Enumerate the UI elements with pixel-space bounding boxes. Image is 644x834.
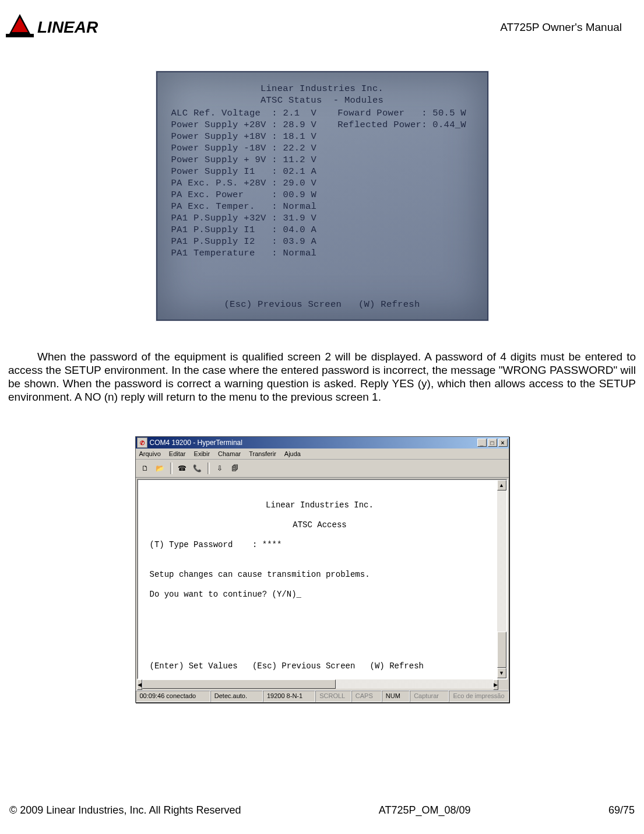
scroll-right-icon[interactable]: ▶ xyxy=(493,679,498,690)
new-icon[interactable]: 🗋 xyxy=(138,462,152,475)
crt-row: PA1 P.Supply I2 : 03.9 A xyxy=(171,236,317,247)
titlebar: ✆ COM4 19200 - HyperTerminal _ □ × xyxy=(136,437,509,448)
horizontal-scrollbar[interactable]: ◀ ▶ xyxy=(137,679,508,689)
body-paragraph: When the password of the equipment is qu… xyxy=(6,350,638,404)
connect-icon[interactable]: ☎ xyxy=(175,462,189,475)
term-title-2: ATSC Access xyxy=(150,520,490,530)
hyperterminal-window: ✆ COM4 19200 - HyperTerminal _ □ × Arqui… xyxy=(135,436,509,703)
crt-row: Power Supply I1 : 02.1 A xyxy=(171,166,317,177)
scroll-down-icon[interactable]: ▼ xyxy=(497,668,506,678)
crt-title-1: Linear Industries Inc. xyxy=(171,83,473,94)
svg-rect-2 xyxy=(6,34,34,37)
crt-row-right: Foward Power : 50.5 W xyxy=(337,107,466,119)
status-caps: CAPS xyxy=(351,691,382,702)
linear-logo: LINEAR xyxy=(6,10,122,40)
term-line-password: (T) Type Password : **** xyxy=(150,540,490,550)
scroll-left-icon[interactable]: ◀ xyxy=(137,679,142,690)
scroll-up-icon[interactable]: ▲ xyxy=(497,480,506,490)
maximize-button[interactable]: □ xyxy=(488,439,497,447)
scroll-thumb[interactable] xyxy=(497,632,506,668)
term-line-warning1: Setup changes can cause transmition prob… xyxy=(150,570,490,580)
menu-edit[interactable]: Editar xyxy=(169,450,186,457)
crt-row: Power Supply -18V : 22.2 V xyxy=(171,142,317,154)
crt-row: Power Supply + 9V : 11.2 V xyxy=(171,154,317,166)
menu-file[interactable]: Arquivo xyxy=(139,450,161,457)
page-title: AT725P Owner's Manual xyxy=(500,21,622,34)
crt-row: PA Exc. Power : 00.9 W xyxy=(171,189,317,201)
menu-transfer[interactable]: Transferir xyxy=(249,450,276,457)
menu-view[interactable]: Exibir xyxy=(194,450,210,457)
status-echo: Eco de impressão xyxy=(449,691,508,702)
window-title: COM4 19200 - HyperTerminal xyxy=(150,439,242,447)
crt-row: PA1 P.Supply I1 : 04.0 A xyxy=(171,224,317,236)
crt-title-2: ATSC Status - Modules xyxy=(171,94,473,106)
footer-docid: AT725P_OM_08/09 xyxy=(379,804,471,817)
properties-icon[interactable]: 🗐 xyxy=(228,462,242,475)
crt-row: ALC Ref. Voltage : 2.1 V xyxy=(171,107,317,119)
crt-footer-hints: (Esc) Previous Screen (W) Refresh xyxy=(157,299,487,310)
term-line-warning2: Do you want to continue? (Y/N)_ xyxy=(150,590,490,600)
manual-page: LINEAR AT725P Owner's Manual Linear Indu… xyxy=(0,0,644,834)
footer-copyright: © 2009 Linear Industries, Inc. All Right… xyxy=(9,804,241,817)
terminal-area[interactable]: Linear Industries Inc. ATSC Access (T) T… xyxy=(138,480,497,678)
crt-row: PA1 P.Supply +32V : 31.9 V xyxy=(171,212,317,224)
crt-row: PA1 Temperature : Normal xyxy=(171,247,317,259)
page-footer: © 2009 Linear Industries, Inc. All Right… xyxy=(6,804,638,817)
menubar: Arquivo Editar Exibir Chamar Transferir … xyxy=(136,448,509,460)
toolbar: 🗋 📂 ☎ 📞 ⇩ 🗐 xyxy=(136,460,509,478)
svg-marker-1 xyxy=(12,17,28,32)
crt-row: Power Supply +18V : 18.1 V xyxy=(171,131,317,142)
term-footer-hints: (Enter) Set Values (Esc) Previous Screen… xyxy=(150,661,490,671)
minimize-button[interactable]: _ xyxy=(477,439,487,447)
footer-page-number: 69/75 xyxy=(608,804,635,817)
crt-row: Power Supply +28V : 28.9 V xyxy=(171,119,317,131)
crt-row: PA Exc. Temper. : Normal xyxy=(171,201,317,212)
close-button[interactable]: × xyxy=(498,439,508,447)
statusbar: 00:09:46 conectado Detec.auto. 19200 8-N… xyxy=(136,690,509,702)
status-scroll: SCROLL xyxy=(315,691,351,702)
vertical-scrollbar[interactable]: ▲ ▼ xyxy=(497,480,506,678)
term-title-1: Linear Industries Inc. xyxy=(150,500,490,510)
status-detect: Detec.auto. xyxy=(210,691,263,702)
disconnect-icon[interactable]: 📞 xyxy=(191,462,205,475)
open-icon[interactable]: 📂 xyxy=(153,462,167,475)
send-icon[interactable]: ⇩ xyxy=(213,462,227,475)
crt-row-right: Reflected Power: 0.44_W xyxy=(337,119,466,131)
status-num: NUM xyxy=(382,691,410,702)
menu-help[interactable]: Ajuda xyxy=(284,450,301,457)
status-baud: 19200 8-N-1 xyxy=(263,691,315,702)
status-time: 00:09:46 conectado xyxy=(136,691,210,702)
scroll-thumb-h[interactable] xyxy=(142,679,336,689)
crt-row: PA Exc. P.S. +28V : 29.0 V xyxy=(171,177,317,189)
menu-call[interactable]: Chamar xyxy=(218,450,241,457)
hyperterminal-icon: ✆ xyxy=(137,437,147,448)
page-header: LINEAR AT725P Owner's Manual xyxy=(6,14,638,49)
atsc-status-screen-photo: Linear Industries Inc. ATSC Status - Mod… xyxy=(156,71,488,321)
brand-text: LINEAR xyxy=(37,18,98,36)
status-capture: Capturar xyxy=(410,691,449,702)
